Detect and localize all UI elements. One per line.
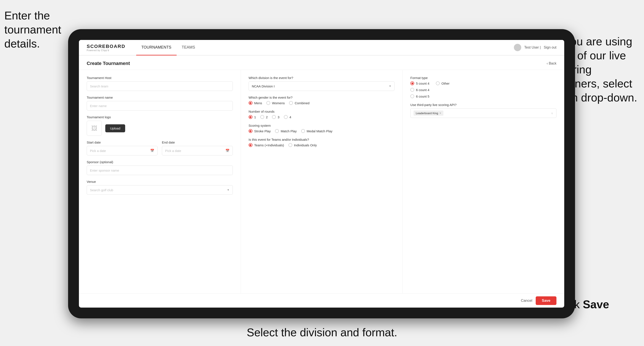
upload-button[interactable]: Upload bbox=[105, 124, 125, 132]
format-row-1: 5 count 4 Other bbox=[410, 81, 556, 85]
annotation-save-bold: Save bbox=[583, 298, 609, 311]
annotation-top-left: Enter the tournament details. bbox=[4, 9, 65, 51]
end-date-group: End date Pick a date 📅 bbox=[162, 141, 233, 156]
calendar-icon: 📅 bbox=[150, 149, 154, 153]
end-date-placeholder: Pick a date bbox=[165, 149, 181, 153]
nav-tournaments[interactable]: TOURNAMENTS bbox=[136, 40, 176, 55]
tournament-name-placeholder: Enter name bbox=[90, 104, 107, 108]
scoring-group: Scoring system Stroke Play Match Play bbox=[248, 124, 395, 133]
scoring-stroke-radio[interactable] bbox=[248, 129, 252, 133]
rounds-4-radio[interactable] bbox=[284, 115, 288, 119]
scoring-medal[interactable]: Medal Match Play bbox=[301, 129, 332, 133]
live-scoring-group: Use third-party live scoring API? Leader… bbox=[410, 103, 556, 118]
format-6count4-radio[interactable] bbox=[410, 88, 414, 92]
scoring-match[interactable]: Match Play bbox=[275, 129, 296, 133]
tournament-name-group: Tournament name Enter name bbox=[87, 96, 233, 111]
format-5count4[interactable]: 5 count 4 bbox=[410, 81, 429, 85]
main-nav: TOURNAMENTS TEAMS bbox=[136, 40, 514, 55]
rounds-4[interactable]: 4 bbox=[284, 115, 291, 119]
form-column-3: Format type 5 count 4 Other bbox=[402, 70, 564, 293]
division-chevron-icon: ▼ bbox=[389, 85, 391, 88]
user-label: Test User | bbox=[524, 45, 541, 49]
start-date-placeholder: Pick a date bbox=[90, 149, 106, 153]
rounds-3[interactable]: 3 bbox=[272, 115, 279, 119]
app-logo: SCOREBOARD Powered by Clipp'd bbox=[87, 44, 126, 52]
form-footer: Cancel Save bbox=[79, 293, 564, 308]
format-5count4-label: 5 count 4 bbox=[416, 82, 429, 85]
form-column-1: Tournament Host Search team Tournament n… bbox=[79, 70, 241, 293]
format-6count5-radio[interactable] bbox=[410, 94, 414, 98]
rounds-group: Number of rounds 1 2 bbox=[248, 110, 395, 119]
scoring-stroke[interactable]: Stroke Play bbox=[248, 129, 271, 133]
page-title: Create Tournament bbox=[87, 61, 130, 66]
user-menu: Test User | Sign out bbox=[514, 44, 556, 51]
start-date-label: Start date bbox=[87, 141, 158, 144]
rounds-label: Number of rounds bbox=[248, 110, 395, 113]
format-6count5[interactable]: 6 count 5 bbox=[410, 94, 429, 98]
form-area: Tournament Host Search team Tournament n… bbox=[79, 70, 564, 293]
teams-teams-radio[interactable] bbox=[248, 143, 252, 147]
teams-label: Is this event for Teams and/or Individua… bbox=[248, 138, 395, 141]
rounds-3-radio[interactable] bbox=[272, 115, 276, 119]
image-icon: 🖼 bbox=[91, 125, 97, 132]
back-button[interactable]: ‹ Back bbox=[547, 61, 556, 65]
app-subtitle: Powered by Clipp'd bbox=[87, 49, 126, 52]
sponsor-input[interactable]: Enter sponsor name bbox=[87, 166, 233, 175]
venue-select[interactable]: Search golf club ▼ bbox=[87, 185, 233, 195]
tag-close-icon[interactable]: × bbox=[440, 111, 441, 115]
cancel-button[interactable]: Cancel bbox=[521, 299, 532, 303]
signout-link[interactable]: Sign out bbox=[544, 45, 556, 49]
gender-womens[interactable]: Womens bbox=[266, 101, 285, 105]
rounds-2[interactable]: 2 bbox=[260, 115, 268, 119]
format-other-label: Other bbox=[442, 82, 450, 85]
division-select[interactable]: NCAA Division I ▼ bbox=[248, 81, 395, 91]
nav-teams[interactable]: TEAMS bbox=[176, 40, 200, 55]
format-other-radio[interactable] bbox=[436, 81, 440, 85]
rounds-2-radio[interactable] bbox=[260, 115, 264, 119]
gender-mens-radio[interactable] bbox=[248, 101, 252, 105]
live-scoring-input[interactable]: Leaderboard King × ∨ bbox=[410, 108, 556, 118]
form-column-2: Which division is the event for? NCAA Di… bbox=[241, 70, 403, 293]
gender-womens-label: Womens bbox=[272, 101, 285, 105]
scoring-match-radio[interactable] bbox=[275, 129, 279, 133]
tournament-host-label: Tournament Host bbox=[87, 76, 233, 80]
rounds-1-radio[interactable] bbox=[248, 115, 252, 119]
tag-input-controls: ∨ bbox=[551, 112, 553, 115]
rounds-4-label: 4 bbox=[290, 115, 291, 119]
scoring-medal-radio[interactable] bbox=[301, 129, 305, 133]
logo-upload-area: 🖼 Upload bbox=[87, 121, 233, 136]
format-6count4[interactable]: 6 count 4 bbox=[410, 88, 429, 92]
format-other[interactable]: Other bbox=[436, 81, 450, 85]
teams-teams-label: Teams (+Individuals) bbox=[254, 143, 284, 147]
rounds-1-label: 1 bbox=[254, 115, 256, 119]
teams-individuals[interactable]: Individuals Only bbox=[288, 143, 317, 147]
tournament-host-placeholder: Search team bbox=[90, 84, 108, 88]
tournament-name-input[interactable]: Enter name bbox=[87, 101, 233, 111]
start-date-input[interactable]: Pick a date 📅 bbox=[87, 146, 158, 156]
division-group: Which division is the event for? NCAA Di… bbox=[248, 76, 395, 91]
teams-teams[interactable]: Teams (+Individuals) bbox=[248, 143, 284, 147]
teams-individuals-label: Individuals Only bbox=[294, 143, 317, 147]
teams-individuals-radio[interactable] bbox=[288, 143, 292, 147]
tournament-host-input[interactable]: Search team bbox=[87, 81, 233, 91]
format-type-options: 5 count 4 Other 6 count 4 bbox=[410, 81, 556, 98]
rounds-1[interactable]: 1 bbox=[248, 115, 256, 119]
gender-combined[interactable]: Combined bbox=[289, 101, 309, 105]
live-scoring-tag: Leaderboard King × bbox=[414, 111, 444, 116]
gender-combined-radio[interactable] bbox=[289, 101, 293, 105]
gender-radio-group: Mens Womens Combined bbox=[248, 101, 395, 105]
end-date-input[interactable]: Pick a date 📅 bbox=[162, 146, 233, 156]
tablet-screen: SCOREBOARD Powered by Clipp'd TOURNAMENT… bbox=[79, 40, 564, 308]
end-date-label: End date bbox=[162, 141, 233, 144]
format-row-3: 6 count 5 bbox=[410, 94, 556, 98]
teams-radio-group: Teams (+Individuals) Individuals Only bbox=[248, 143, 395, 147]
scoring-stroke-label: Stroke Play bbox=[254, 129, 271, 133]
gender-mens[interactable]: Mens bbox=[248, 101, 262, 105]
gender-combined-label: Combined bbox=[295, 101, 309, 105]
gender-womens-radio[interactable] bbox=[266, 101, 270, 105]
tablet-device: SCOREBOARD Powered by Clipp'd TOURNAMENT… bbox=[68, 29, 575, 318]
save-button[interactable]: Save bbox=[536, 296, 556, 305]
app-title: SCOREBOARD bbox=[87, 44, 126, 49]
format-5count4-radio[interactable] bbox=[410, 81, 414, 85]
venue-label: Venue bbox=[87, 180, 233, 183]
